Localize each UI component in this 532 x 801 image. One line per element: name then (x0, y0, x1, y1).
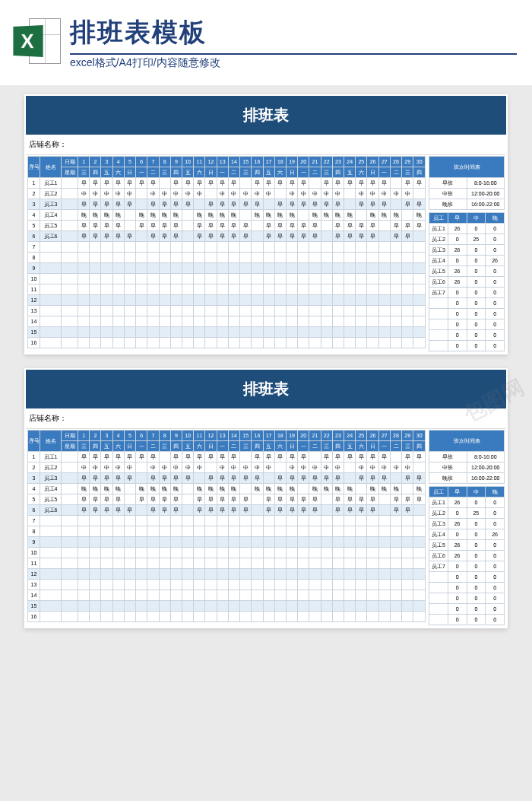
table-row: 14 (28, 316, 426, 327)
sheet-title: 排班表 (26, 96, 506, 135)
table-row: 8 (28, 253, 426, 263)
table-row: 2员工2中中中中中中中中中中中中中中中中中中中中中中中中中 (28, 462, 426, 473)
col-name: 姓名 (40, 431, 62, 452)
store-name-label: 店铺名称： (26, 135, 506, 155)
table-row: 10 (28, 548, 426, 558)
table-row: 2员工2中中中中中中中中中中中中中中中中中中中中中中中中中 (28, 189, 426, 199)
previews-container: 排班表店铺名称：序号姓名日期12345678910111213141516171… (0, 85, 532, 637)
table-row: 15 (28, 601, 426, 612)
summary-row: 000 (429, 319, 505, 330)
table-row: 3员工3早早早早早早早早早早早早早早早早早早早早早早早早早 (28, 199, 426, 210)
table-row: 5员工5早早早早早早早早早早早早早早早早早早早早早早早早早 (28, 221, 426, 231)
table-row: 6员工6早早早早早早早早早早早早早早早早早早早早早早早早 (28, 231, 426, 242)
summary-row: 000 (429, 298, 505, 309)
week-label: 星期 (62, 167, 78, 178)
table-row: 7 (28, 516, 426, 526)
summary-row: 000 (429, 330, 505, 341)
spreadsheet-preview: 排班表店铺名称：序号姓名日期12345678910111213141516171… (24, 368, 508, 628)
schedule-table: 序号姓名日期1234567891011121314151617181920212… (27, 156, 426, 348)
table-row: 4员工4晚晚晚晚晚晚晚晚晚晚晚晚晚晚晚晚晚晚晚晚晚晚晚晚 (28, 210, 426, 221)
date-label: 日期 (62, 157, 78, 167)
excel-icon: X (12, 18, 61, 67)
top-banner: X 排班表模板 excel格式/A4打印/内容随意修改 (0, 0, 532, 85)
col-seq: 序号 (28, 431, 40, 452)
shift-times-title: 班次时间表 (429, 157, 505, 178)
table-row: 13 (28, 306, 426, 316)
table-row: 9 (28, 263, 426, 274)
table-row: 14 (28, 590, 426, 601)
date-label: 日期 (62, 431, 78, 441)
summary-row: 000 (429, 604, 505, 615)
shift-times-title: 班次时间表 (429, 431, 505, 452)
table-row: 11 (28, 558, 426, 569)
summary-row: 员工32600 (429, 519, 505, 529)
summary-row: 员工40026 (429, 256, 505, 266)
table-row: 1员工1早早早早早早早早早早早早早早早早早早早早早早早早早早 (28, 452, 426, 462)
table-row: 8 (28, 526, 426, 537)
summary-row: 员工52600 (429, 540, 505, 551)
summary-row: 员工32600 (429, 245, 505, 256)
col-seq: 序号 (28, 157, 40, 178)
table-row: 16 (28, 338, 426, 348)
summary-table: 员工早中晚员工12600员工20250员工32600员工40026员工52600… (429, 486, 505, 625)
summary-row: 员工62600 (429, 277, 505, 288)
table-row: 15 (28, 327, 426, 338)
table-row: 9 (28, 537, 426, 548)
schedule-table: 序号姓名日期1234567891011121314151617181920212… (27, 430, 426, 622)
summary-row: 员工62600 (429, 551, 505, 561)
summary-row: 000 (429, 583, 505, 593)
summary-row: 000 (429, 341, 505, 351)
table-row: 11 (28, 284, 426, 295)
table-row: 4员工4晚晚晚晚晚晚晚晚晚晚晚晚晚晚晚晚晚晚晚晚晚晚晚晚 (28, 484, 426, 494)
shift-times-table: 班次时间表早班8:0-16:00中班12:00-20:00晚班16:00-22:… (429, 430, 505, 484)
table-row: 12 (28, 569, 426, 580)
shift-times-table: 班次时间表早班8:0-16:00中班12:00-20:00晚班16:00-22:… (429, 156, 505, 210)
template-subtitle: excel格式/A4打印/内容随意修改 (70, 56, 517, 70)
table-row: 5员工5早早早早早早早早早早早早早早早早早早早早早早早早早 (28, 494, 426, 505)
table-row: 7 (28, 242, 426, 253)
table-row: 13 (28, 580, 426, 590)
summary-row: 员工40026 (429, 529, 505, 540)
table-row: 16 (28, 612, 426, 622)
summary-row: 员工20250 (429, 234, 505, 245)
table-row: 6员工6早早早早早早早早早早早早早早早早早早早早早早早早 (28, 505, 426, 516)
banner-text: 排班表模板 excel格式/A4打印/内容随意修改 (70, 15, 517, 70)
summary-row: 员工7000 (429, 288, 505, 298)
summary-row: 000 (429, 309, 505, 319)
summary-row: 员工52600 (429, 266, 505, 277)
col-name: 姓名 (40, 157, 62, 178)
store-name-label: 店铺名称： (26, 408, 506, 429)
summary-row: 000 (429, 593, 505, 604)
table-row: 10 (28, 274, 426, 284)
week-label: 星期 (62, 441, 78, 452)
sheet-title: 排班表 (26, 370, 506, 408)
summary-row: 员工20250 (429, 508, 505, 519)
summary-row: 000 (429, 572, 505, 583)
table-row: 3员工3早早早早早早早早早早早早早早早早早早早早早早早早早 (28, 473, 426, 484)
summary-row: 员工12600 (429, 224, 505, 234)
table-row: 12 (28, 295, 426, 306)
template-title: 排班表模板 (70, 15, 517, 55)
spreadsheet-preview: 排班表店铺名称：序号姓名日期12345678910111213141516171… (24, 94, 508, 354)
table-row: 1员工1早早早早早早早早早早早早早早早早早早早早早早早早早早 (28, 178, 426, 189)
summary-row: 员工7000 (429, 561, 505, 572)
summary-row: 000 (429, 615, 505, 625)
summary-row: 员工12600 (429, 497, 505, 508)
summary-table: 员工早中晚员工12600员工20250员工32600员工40026员工52600… (429, 212, 505, 351)
